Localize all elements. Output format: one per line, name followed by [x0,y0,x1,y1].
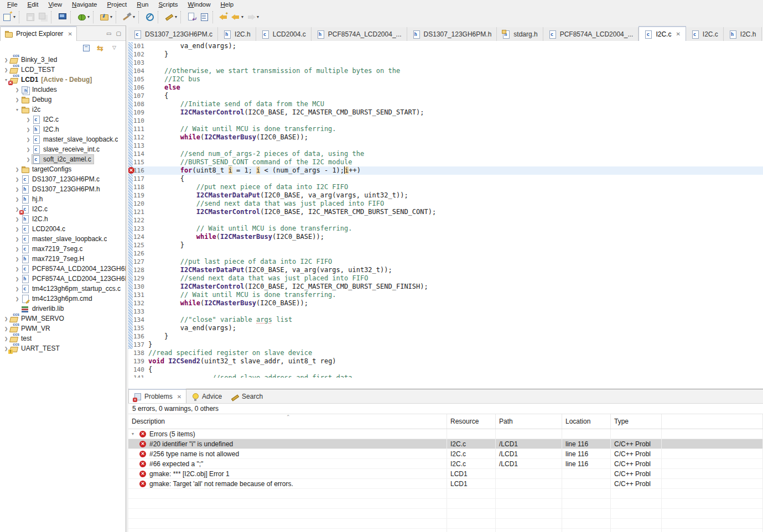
tree-item-master-slave-loopback-c[interactable]: ❯cmaster_slave_loopback.c [0,234,126,244]
menu-help[interactable]: Help [216,1,239,8]
menu-run[interactable]: Run [132,1,153,8]
column-header-type[interactable]: Type [611,414,662,429]
problems-group-row[interactable]: ▾✕Errors (5 items) [128,429,763,439]
forward-button[interactable]: ▾ [245,11,261,24]
tree-item-lcd2004-c[interactable]: ❯cLCD2004.c [0,224,126,234]
tree-item-tm4c123gh6pm-cmd[interactable]: ❯tm4c123gh6pm.cmd [0,294,126,304]
last-edit-location-button[interactable]: ✦ [217,11,230,24]
menu-window[interactable]: Window [183,1,216,8]
tree-item-i2c[interactable]: ▾i2c [0,105,126,114]
editor-tab-i2c-h[interactable]: hI2C.h [724,27,762,41]
tree-item-master-slave-loopback-c[interactable]: ❯cmaster_slave_loopback.c [0,134,126,144]
tree-expand-icon[interactable]: ❯ [13,277,21,281]
column-header-location[interactable]: Location [562,414,611,429]
tree-expand-icon[interactable]: ❯ [24,147,32,152]
tree-item-i2c-c[interactable]: ❯cI2C.c [0,114,126,124]
tree-item-i2c-c[interactable]: ❯c✕I2C.c [0,204,126,214]
tab-search[interactable]: Search [226,390,267,403]
tree-item-uart-test[interactable]: ❯!UART_TEST [0,343,126,353]
editor-tab-ds1307-123gh6pm-h[interactable]: hDS1307_123GH6PM.h [407,27,497,41]
tree-item-targetconfigs[interactable]: ❯targetConfigs [0,164,126,174]
editor-tab-pcf8574a-lcd2004-[interactable]: cPCF8574A_LCD2004_... [543,27,639,41]
tree-expand-icon[interactable]: ❯ [13,267,21,272]
tree-expand-icon[interactable]: ❯ [13,87,21,92]
new-button[interactable]: ▾ [1,11,17,24]
problem-row[interactable]: ✕#256 type name is not allowedI2C.c/LCD1… [128,449,763,459]
minimize-icon[interactable]: ▭ [106,30,111,36]
console-button[interactable] [56,11,69,24]
tree-item-debug[interactable]: ❯Debug [0,95,126,105]
collapse-all-button[interactable] [82,44,91,53]
tree-expand-icon[interactable]: ❯ [24,137,32,142]
tree-expand-icon[interactable]: ❯ [24,117,32,122]
tree-expand-icon[interactable]: ❯ [13,217,21,222]
chevron-down-icon[interactable]: ▾ [13,14,15,19]
chevron-down-icon[interactable]: ▾ [133,14,135,19]
tab-project-explorer[interactable]: Project Explorer ✕ [0,26,77,41]
tree-expand-icon[interactable]: ❯ [24,127,32,132]
search-button[interactable] [143,11,156,24]
view-menu-button[interactable] [111,44,120,53]
tree-expand-icon[interactable]: ❯ [13,187,21,192]
menu-project[interactable]: Project [102,1,132,8]
problem-row[interactable]: ✕#20 identifier "i" is undefinedI2C.c/LC… [128,439,763,449]
tree-item-includes[interactable]: ❯hIncludes [0,85,126,95]
close-icon[interactable]: ✕ [177,394,181,400]
chevron-down-icon[interactable]: ▾ [241,14,243,19]
problem-row[interactable]: ✕gmake: Target 'all' not remade because … [128,479,763,489]
tree-item-i2c-h[interactable]: ❯hI2C.h [0,124,126,134]
back-button[interactable]: ▾ [230,11,245,24]
tree-expand-icon[interactable]: ❯ [13,296,21,301]
tree-item-max7219-7seg-h[interactable]: ❯hmax7219_7seg.H [0,254,126,264]
debug-button[interactable]: ▾ [75,11,91,24]
tree-item-ds1307-123gh6pm-h[interactable]: ❯hDS1307_123GH6PM.h [0,184,126,194]
link-with-editor-button[interactable] [97,44,106,53]
tree-item-slave-receive-int-c[interactable]: ❯cslave_receive_int.c [0,144,126,154]
tree-expand-icon[interactable]: ❯ [13,97,21,102]
tree-expand-icon[interactable]: ❯ [2,316,10,321]
tree-expand-icon[interactable]: ❯ [13,227,21,232]
tree-item-pcf8574a-lcd2004-123gh6p[interactable]: ❯cPCF8574A_LCD2004_123GH6P [0,264,126,274]
problem-row[interactable]: ✕gmake: *** [I2C.obj] Error 1LCD1C/C++ P… [128,469,763,479]
chevron-down-icon[interactable]: ▾ [110,14,112,19]
tree-expand-icon[interactable]: ❯ [2,67,10,72]
problem-row[interactable]: ✕#66 expected a ";"I2C.c/LCD1line 116C/C… [128,459,763,469]
tree-expand-icon[interactable]: ❯ [13,257,21,262]
tab-advice[interactable]: Advice [186,390,226,403]
chevron-down-icon[interactable]: ▾ [175,14,177,19]
editor-tab-i2c-h[interactable]: hI2C.h [218,27,256,41]
tree-item-soft-i2c-atmel-c[interactable]: ❯csoft_i2c_atmel.c [0,154,126,164]
tree-item-tm4c123gh6pm-startup-ccs-c[interactable]: ❯ctm4c123gh6pm_startup_ccs.c [0,284,126,294]
chevron-down-icon[interactable]: ▾ [257,14,259,19]
column-header-path[interactable]: Path [496,414,562,429]
tree-expand-icon[interactable]: ▾ [13,107,21,112]
build-button[interactable]: ▾ [121,11,137,24]
tree-expand-icon[interactable]: ❯ [2,326,10,331]
editor-tab-stdarg-h[interactable]: hstdarg.h [497,27,543,41]
tree-item-lcd1[interactable]: ▾✕LCD1[Active - Debug] [0,75,126,85]
editor-tab-i2c-c[interactable]: cI2C.c [686,27,724,41]
maximize-icon[interactable]: ▢ [116,30,121,36]
flash-button[interactable]: ▾ [98,11,114,24]
menu-view[interactable]: View [43,1,67,8]
tree-expand-icon[interactable]: ❯ [13,247,21,252]
tree-item-ds1307-123gh6pm-c[interactable]: ❯cDS1307_123GH6PM.c [0,174,126,184]
tab-problems[interactable]: Problems✕ [128,389,186,403]
code-editor[interactable]: 101 va_end(vargs);102 }103104 //otherwis… [128,41,763,403]
open-resource-button[interactable] [185,11,198,24]
show-view-button[interactable] [198,11,211,24]
editor-tab-pcf8574a-lcd2004-[interactable]: hPCF8574A_LCD2004_... [312,27,407,41]
tree-expand-icon[interactable]: ❯ [13,237,21,242]
close-icon[interactable]: ✕ [68,31,72,37]
menu-navigate[interactable]: Navigate [67,1,102,8]
chevron-down-icon[interactable]: ▾ [132,431,139,436]
menu-scripts[interactable]: Scripts [153,1,183,8]
close-icon[interactable]: ✕ [676,31,680,37]
tree-expand-icon[interactable]: ❯ [13,177,21,182]
tree-expand-icon[interactable]: ❯ [24,157,32,162]
chevron-down-icon[interactable]: ▾ [87,14,90,19]
tree-expand-icon[interactable]: ❯ [13,197,21,202]
editor-tab-ds1307-123gh6pm-c[interactable]: cDS1307_123GH6PM.c [128,27,218,41]
editor-tab-lcd2004-c[interactable]: cLCD2004.c [256,27,312,41]
tree-item-i2c-h[interactable]: ❯hI2C.h [0,214,126,224]
